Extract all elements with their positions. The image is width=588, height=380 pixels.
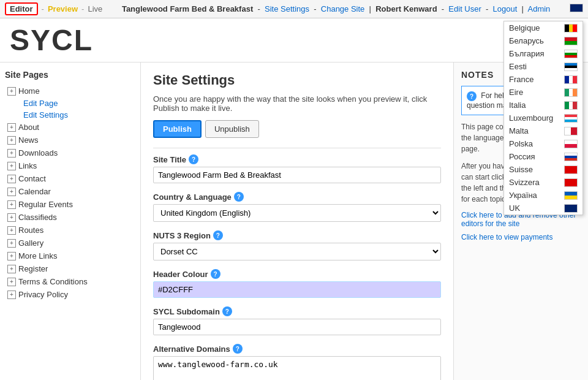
- flag-mt: [564, 127, 578, 135]
- sidebar-label-calendar: Calendar: [18, 187, 51, 196]
- lang-item-lu[interactable]: Luxembourg: [504, 112, 582, 124]
- change-site-link[interactable]: Change Site: [321, 4, 365, 13]
- lang-item-sviz[interactable]: Svizzera: [504, 176, 582, 189]
- site-title-input[interactable]: [153, 167, 441, 183]
- sidebar-item-regular-events[interactable]: +Regular Events: [5, 198, 135, 211]
- sidebar-item-classifieds[interactable]: +Classifieds: [5, 211, 135, 224]
- header-colour-input[interactable]: [153, 281, 441, 298]
- expand-icon-news: +: [7, 136, 16, 145]
- sidebar-item-home[interactable]: +Home: [5, 85, 135, 97]
- flag-ru: [564, 153, 578, 161]
- nuts3-help-icon[interactable]: ?: [213, 230, 223, 240]
- sycl-logo: SYCL: [10, 24, 93, 56]
- publish-button[interactable]: Publish: [153, 120, 202, 138]
- country-language-label: Country & Language ?: [153, 192, 441, 202]
- expand-icon-downloads: +: [7, 149, 16, 158]
- center-nav: Tanglewood Farm Bed & Breakfast - Site S…: [102, 4, 570, 13]
- sidebar-label-links: Links: [18, 161, 37, 170]
- lang-item-ua[interactable]: Україна: [504, 189, 582, 202]
- sidebar-label-downloads: Downloads: [18, 148, 58, 158]
- country-language-select[interactable]: United Kingdom (English)United States (E…: [153, 204, 441, 222]
- nuts3-select[interactable]: Dorset CCDevon CCSomerset CC: [153, 243, 441, 260]
- flag-by: [564, 37, 578, 45]
- alt-domains-textarea[interactable]: www.tanglewood-farm.co.uk: [153, 356, 441, 380]
- sidebar-item-privacy[interactable]: +Privacy Policy: [5, 288, 135, 301]
- sidebar-label-privacy: Privacy Policy: [18, 290, 68, 299]
- unpublish-button[interactable]: Unpublish: [205, 120, 259, 138]
- sidebar-item-contact[interactable]: +Contact: [5, 172, 135, 185]
- expand-icon-home: +: [7, 87, 16, 96]
- sidebar-item-terms[interactable]: +Terms & Conditions: [5, 275, 135, 288]
- sidebar-label-home: Home: [18, 86, 40, 96]
- lang-item-ee[interactable]: Eesti: [504, 60, 582, 73]
- notes-link2[interactable]: Click here to view payments: [461, 233, 581, 241]
- topbar: Editor - Preview - Live Tanglewood Farm …: [0, 0, 588, 18]
- sidebar-subitem-edit-settings[interactable]: Edit Settings: [5, 109, 135, 121]
- uk-flag-button[interactable]: [570, 4, 583, 12]
- alt-domains-help-icon[interactable]: ?: [233, 344, 243, 354]
- sidebar-label-more-links: More Links: [18, 251, 58, 260]
- lang-name-by: Беларусь: [509, 36, 560, 45]
- site-title-label: Site Title ?: [153, 154, 441, 164]
- left-nav: Editor - Preview - Live: [5, 2, 102, 15]
- site-settings-link[interactable]: Site Settings: [265, 4, 309, 13]
- lang-name-be: Belgique: [509, 23, 560, 32]
- lang-item-ru[interactable]: Россия: [504, 150, 582, 163]
- expand-icon-terms: +: [7, 278, 16, 286]
- sidebar-item-calendar[interactable]: +Calendar: [5, 185, 135, 198]
- flag-ch: [564, 165, 578, 174]
- lang-name-ch: Suisse: [509, 165, 560, 174]
- alt-domains-field: Alternative Domains ? www.tanglewood-far…: [153, 344, 441, 380]
- sycl-subdomain-help-icon[interactable]: ?: [222, 306, 232, 316]
- notes-help-icon: ?: [467, 91, 477, 101]
- lang-item-fr[interactable]: France: [504, 73, 582, 86]
- country-language-help-icon[interactable]: ?: [234, 192, 244, 202]
- sep1: -: [42, 4, 44, 13]
- sidebar-subitem-edit-page[interactable]: Edit Page: [5, 97, 135, 109]
- site-title-help-icon[interactable]: ?: [189, 154, 198, 164]
- lang-name-bg: България: [509, 49, 560, 58]
- lang-item-ie[interactable]: Eire: [504, 86, 582, 99]
- sidebar-item-news[interactable]: +News: [5, 134, 135, 146]
- editor-button[interactable]: Editor: [5, 2, 38, 15]
- sidebar-item-about[interactable]: +About: [5, 121, 135, 134]
- logout-link[interactable]: Logout: [493, 4, 518, 13]
- admin-link[interactable]: Admin: [527, 4, 550, 13]
- page-description: Once you are happy with the way that the…: [153, 94, 441, 113]
- lang-name-ee: Eesti: [509, 62, 560, 71]
- site-name: Tanglewood Farm Bed & Breakfast: [122, 4, 253, 13]
- lang-item-bg[interactable]: България: [504, 47, 582, 60]
- header-colour-help-icon[interactable]: ?: [211, 269, 221, 279]
- sidebar-item-links[interactable]: +Links: [5, 159, 135, 172]
- sidebar-item-downloads[interactable]: +Downloads: [5, 146, 135, 159]
- expand-icon-register: +: [7, 265, 16, 273]
- sycl-subdomain-input[interactable]: [153, 319, 441, 335]
- sidebar-item-register[interactable]: +Register: [5, 262, 135, 275]
- lang-item-by[interactable]: Беларусь: [504, 34, 582, 47]
- sidebar-label-news: News: [18, 135, 39, 145]
- edit-user-link[interactable]: Edit User: [448, 4, 481, 13]
- expand-icon-classifieds: +: [7, 213, 16, 222]
- expand-icon-contact: +: [7, 175, 16, 183]
- live-link[interactable]: Live: [88, 4, 102, 13]
- sidebar-item-routes[interactable]: +Routes: [5, 224, 135, 237]
- lang-item-ch[interactable]: Suisse: [504, 163, 582, 176]
- sidebar-item-more-links[interactable]: +More Links: [5, 249, 135, 262]
- sidebar-label-register: Register: [18, 264, 48, 273]
- sidebar-title: Site Pages: [5, 70, 135, 80]
- expand-icon-privacy: +: [7, 291, 16, 299]
- flag-ie: [564, 88, 578, 97]
- flag-fr: [564, 75, 578, 84]
- header-colour-field: Header Colour ?: [153, 269, 441, 298]
- logo-bar: SYCL: [0, 18, 588, 63]
- sidebar-item-gallery[interactable]: +Gallery: [5, 237, 135, 249]
- lang-item-be[interactable]: Belgique: [504, 21, 582, 34]
- lang-item-mt[interactable]: Malta: [504, 124, 582, 137]
- preview-link[interactable]: Preview: [48, 4, 78, 13]
- lang-item-pl[interactable]: Polska: [504, 137, 582, 150]
- lang-dropdown: BelgiqueБеларусьБългарияEestiFranceEireI…: [503, 21, 583, 215]
- expand-icon-more-links: +: [7, 252, 16, 260]
- lang-item-it[interactable]: Italia: [504, 99, 582, 112]
- flag-uk: [564, 204, 578, 213]
- lang-item-uk[interactable]: UK: [504, 202, 582, 215]
